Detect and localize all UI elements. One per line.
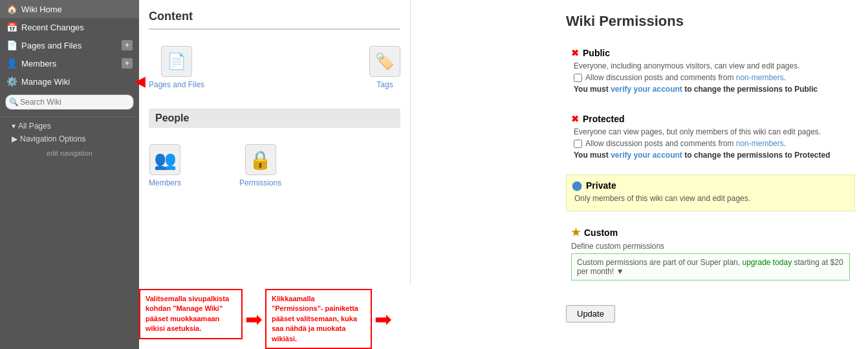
members-icon-box: 👥 <box>149 144 180 175</box>
sidebar-label-wiki-home: Wiki Home <box>21 5 62 14</box>
perm-label-custom: Custom <box>584 227 618 238</box>
radio-icon-private: ⬤ <box>572 180 582 191</box>
sidebar-navigation-options[interactable]: ▶ Navigation Options <box>0 132 139 145</box>
arrow-2: ➡ <box>373 309 393 330</box>
members-link[interactable]: 👥 Members <box>149 144 181 187</box>
perm-label-protected: Protected <box>583 114 625 124</box>
members-icon: 👤 <box>6 58 17 69</box>
perm-title-private: ⬤ Private <box>572 180 849 191</box>
verify-link-public[interactable]: verify your account <box>611 85 682 94</box>
arrow-1: ➡ <box>244 309 264 330</box>
perm-warning-protected: You must verify your account to change t… <box>574 151 850 160</box>
pages-files-label: Pages and Files <box>149 80 204 89</box>
nonmembers-link-protected[interactable]: non-members <box>736 139 784 148</box>
sidebar-item-pages-and-files[interactable]: 📄 Pages and Files + <box>0 36 139 54</box>
people-heading: People <box>149 109 400 128</box>
edit-navigation-link[interactable]: edit navigation <box>0 145 139 161</box>
upgrade-link[interactable]: upgrade today <box>742 258 792 267</box>
members-add-button[interactable]: + <box>122 58 133 69</box>
annotation-box-1: Valitsemalla sivupalkista kohdan "Manage… <box>139 289 243 339</box>
custom-section: Define custom permissions Custom permiss… <box>571 242 850 280</box>
nav-options-label: Navigation Options <box>20 134 85 143</box>
perm-option-private: ⬤ Private Only members of this wiki can … <box>566 174 855 211</box>
perm-desc-public: Everyone, including anonymous visitors, … <box>574 61 850 70</box>
content-icon-grid: 📄 Pages and Files ⬇ 🏷️ Tags <box>149 39 400 96</box>
sidebar: 🏠 Wiki Home 📅 Recent Changes 📄 Pages and… <box>0 0 139 349</box>
sidebar-item-recent-changes[interactable]: 📅 Recent Changes <box>0 18 139 36</box>
perm-label-private: Private <box>586 180 616 191</box>
sidebar-label-pages-and-files: Pages and Files <box>21 41 81 50</box>
tags-icon-box: 🏷️ <box>369 46 400 77</box>
sidebar-label-recent-changes: Recent Changes <box>21 23 84 32</box>
verify-link-protected[interactable]: verify your account <box>611 151 682 160</box>
gear-icon: ⚙️ <box>6 76 17 87</box>
all-pages-label: All Pages <box>18 122 51 131</box>
permissions-panel: Wiki Permissions ✖ Public Everyone, incl… <box>553 0 868 349</box>
perm-check-label-protected: Allow discussion posts and comments from… <box>585 139 786 148</box>
nav-options-icon: ▶ <box>12 134 17 143</box>
sidebar-item-members[interactable]: 👤 Members + <box>0 54 139 72</box>
sidebar-label-manage-wiki: Manage Wiki <box>21 77 70 87</box>
members-label: Members <box>149 178 181 187</box>
annotation-box-2: Klikkaamalla "Permissions"- painiketta p… <box>265 289 372 349</box>
sidebar-item-wiki-home[interactable]: 🏠 Wiki Home <box>0 0 139 18</box>
content-panel: Content 📄 Pages and Files ⬇ 🏷️ Tags Peop… <box>139 0 411 285</box>
permissions-label: Permissions <box>239 178 281 187</box>
annotations-row: Valitsemalla sivupalkista kohdan "Manage… <box>139 285 553 349</box>
perm-option-custom: ★ Custom Define custom permissions Custo… <box>566 221 855 286</box>
permissions-link[interactable]: 🔒 Permissions <box>239 144 281 187</box>
all-pages-icon: ▾ <box>12 122 16 131</box>
home-icon: 🏠 <box>6 4 17 14</box>
content-heading: Content <box>149 10 400 30</box>
perm-warning-public: You must verify your account to change t… <box>574 85 850 94</box>
star-icon-custom: ★ <box>571 226 580 238</box>
perm-check-public: Allow discussion posts and comments from… <box>574 73 850 82</box>
sidebar-label-members: Members <box>21 59 56 69</box>
permissions-icon-box: 🔒 <box>245 144 276 175</box>
content-pages-files-link[interactable]: 📄 Pages and Files <box>149 46 204 89</box>
x-icon-protected: ✖ <box>571 114 579 124</box>
update-button[interactable]: Update <box>566 305 615 323</box>
sidebar-all-pages[interactable]: ▾ All Pages <box>0 120 139 132</box>
people-icon-grid: 👥 Members 🔒 Permissions <box>149 138 400 194</box>
search-icon: 🔍 <box>9 98 19 107</box>
perm-check-label-public: Allow discussion posts and comments from… <box>585 73 786 82</box>
calendar-icon: 📅 <box>6 22 17 32</box>
perm-check-protected: Allow discussion posts and comments from… <box>574 139 850 148</box>
perm-title-custom: ★ Custom <box>571 226 850 238</box>
nonmembers-link-public[interactable]: non-members <box>736 73 784 82</box>
perm-option-public: ✖ Public Everyone, including anonymous v… <box>566 43 855 99</box>
permissions-heading: Wiki Permissions <box>566 13 855 30</box>
perm-title-protected: ✖ Protected <box>571 114 850 124</box>
perm-title-public: ✖ Public <box>571 48 850 58</box>
perm-desc-protected: Everyone can view pages, but only member… <box>574 127 850 136</box>
pages-files-icon-box: 📄 <box>161 46 192 77</box>
custom-box: Custom permissions are part of our Super… <box>571 253 850 280</box>
perm-label-public: Public <box>583 48 610 58</box>
main-area: Content 📄 Pages and Files ⬇ 🏷️ Tags Peop… <box>139 0 868 349</box>
custom-label: Define custom permissions <box>571 242 850 251</box>
perm-checkbox-protected[interactable] <box>574 140 582 148</box>
x-icon-public: ✖ <box>571 48 579 58</box>
pages-icon: 📄 <box>6 40 17 50</box>
pages-add-button[interactable]: + <box>122 40 133 50</box>
search-box: 🔍 <box>5 94 134 110</box>
perm-option-protected: ✖ Protected Everyone can view pages, but… <box>566 109 855 165</box>
sidebar-item-manage-wiki[interactable]: ⚙️ Manage Wiki ◀ <box>0 72 139 90</box>
search-input[interactable] <box>5 94 134 110</box>
tags-label: Tags <box>376 80 393 89</box>
perm-checkbox-public[interactable] <box>574 74 582 82</box>
perm-desc-private: Only members of this wiki can view and e… <box>574 194 849 203</box>
content-tags-link[interactable]: 🏷️ Tags <box>369 46 400 89</box>
